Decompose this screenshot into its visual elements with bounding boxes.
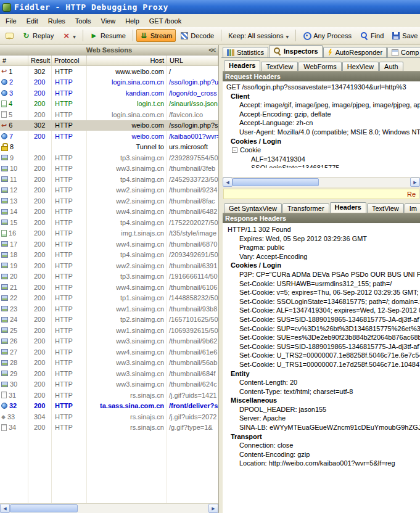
response-tab-get-syntaxview[interactable]: Get SyntaxView [224,203,282,213]
request-horizontal-scrollbar[interactable] [223,177,420,187]
session-result-cell: 200 [28,271,52,282]
session-row[interactable]: 11200HTTPtp4.sinaimg.cn/2452933723/50 [0,174,218,185]
session-number-cell: 20 [0,271,28,282]
session-row[interactable]: 6302HTTPweibo.com/sso/login.php?s [0,120,218,131]
tab-comp[interactable]: Comp [387,47,420,58]
response-tab-transformer[interactable]: Transformer [282,203,329,213]
session-row[interactable]: 7200HTTPweibo.com/kaibao001?wvr= [0,131,218,142]
request-tab-textview[interactable]: TextView [261,62,298,72]
session-number-cell: 19 [0,260,28,271]
session-row[interactable]: 32200HTTPta.sass.sina.com.cn/front/deliv… [0,401,218,412]
sessions-horizontal-scrollbar[interactable] [0,503,218,513]
session-result-cell: 200 [28,217,52,228]
collapse-toggle-icon[interactable] [232,147,237,153]
column-header-host[interactable]: Host [87,55,167,65]
column-header-num[interactable]: # [0,55,28,65]
resume-button[interactable]: Resume [86,29,130,42]
request-tab-webforms[interactable]: WebForms [299,62,342,72]
session-row[interactable]: 33304HTTPrs.sinajs.cn/j.gif?uids=2072 [0,411,218,422]
remove-button[interactable] [59,29,80,42]
session-row[interactable]: 18200HTTPtp4.sinaimg.cn/2093492691/50 [0,250,218,261]
menu-item-rules[interactable]: Rules [43,15,70,27]
decode-button[interactable]: Decode [177,30,218,42]
scroll-right-button[interactable] [410,178,420,187]
request-tab-hexview[interactable]: HexView [342,62,379,72]
session-row[interactable]: 12200HTTPww2.sinaimg.cn/thumbnail/9234 [0,185,218,196]
session-row[interactable]: 2200HTTPlogin.sina.com.cn/sso/login.php?… [0,77,218,88]
response-tab-im[interactable]: Im [405,203,420,213]
menu-item-tools[interactable]: Tools [70,15,96,27]
session-row[interactable]: 30200HTTPww3.sinaimg.cn/thumbnail/624c [0,379,218,390]
session-protocol-cell: HTTP [52,390,87,401]
session-url-cell: /kaibao001?wvr= [167,131,218,142]
session-row[interactable]: 9200HTTPtp3.sinaimg.cn/2392897554/50 [0,152,218,163]
menu-item-get-book[interactable]: GET /book [144,15,186,27]
replay-button[interactable]: Replay [19,29,57,42]
session-url-cell: /thumbnail/6870 [167,239,218,250]
request-tab-headers[interactable]: Headers [224,60,260,71]
tab-inspectors[interactable]: Inspectors [269,45,323,57]
scroll-left-button[interactable] [0,504,10,513]
session-row[interactable]: 23200HTTPww1.sinaimg.cn/thumbnail/93b8 [0,303,218,314]
keep-button[interactable]: Keep: All sessions [224,30,292,42]
tab-statistics[interactable]: Statistics [223,47,268,58]
session-row[interactable]: 17200HTTPww4.sinaimg.cn/thumbnail/6870 [0,239,218,250]
globe-icon [1,403,7,409]
session-row[interactable]: 16200HTTPimg.t.sinajs.cn/t35/style/image [0,228,218,239]
menu-item-help[interactable]: Help [120,15,144,27]
column-header-protocol[interactable]: Protocol [52,55,87,65]
request-tab-auth[interactable]: Auth [379,62,403,72]
session-row[interactable]: 8Tunnel tours.microsoft [0,142,218,153]
session-row[interactable]: 22200HTTPtp1.sinaimg.cn/1448858232/50 [0,293,218,304]
session-row[interactable]: 5200HTTPlogin.sina.com.cn/favicon.ico [0,109,218,120]
column-header-result[interactable]: Result [28,55,52,65]
scroll-left-button[interactable] [223,178,233,187]
session-row[interactable]: 4200HTTPlogin.t.cn/sinaurl/sso.json [0,99,218,110]
session-row[interactable]: 31200HTTPrs.sinajs.cn/j.gif?uids=1421 [0,390,218,401]
any-process-button[interactable]: Any Process [299,29,355,42]
image-icon [1,349,8,355]
menu-item-edit[interactable]: Edit [22,15,43,27]
scrollbar-thumb[interactable] [10,504,78,512]
session-protocol-cell: HTTP [52,401,87,412]
collapse-panel-button[interactable]: << [208,46,215,54]
scrollbar-thumb[interactable] [233,178,319,186]
response-encoded-notice[interactable]: Re [223,189,419,199]
session-number-cell: 29 [0,368,28,379]
menu-item-file[interactable]: File [1,15,22,27]
menu-item-view[interactable]: View [96,15,121,27]
session-url-cell: /thumbnail/9b62 [167,336,218,347]
session-host-cell: rs.sinajs.cn [87,390,167,401]
session-row[interactable]: 20200HTTPtp3.sinaimg.cn/1916666114/50 [0,271,218,282]
session-row[interactable]: 19200HTTPww2.sinaimg.cn/thumbnail/6391 [0,260,218,271]
session-row[interactable]: 28200HTTPww3.sinaimg.cn/thumbnail/56ab [0,358,218,369]
session-row[interactable]: 1302HTTPwww.weibo.com/ [0,66,218,77]
session-row[interactable]: 27200HTTPww4.sinaimg.cn/thumbnail/61e6 [0,347,218,358]
session-row[interactable]: 29200HTTPww3.sinaimg.cn/thumbnail/684f [0,368,218,379]
stream-button[interactable]: Stream [136,29,176,42]
session-row[interactable]: 26200HTTPww3.sinaimg.cn/thumbnail/9b62 [0,336,218,347]
session-row[interactable]: 3200HTTPkandian.com/logon/do_cross [0,88,218,99]
session-row[interactable]: 24200HTTPtp2.sinaimg.cn/1657101625/50 [0,314,218,326]
scrollbar-track[interactable] [10,504,208,513]
session-row[interactable]: 10200HTTPww3.sinaimg.cn/thumbnail/3feb [0,163,218,174]
session-number-cell: 16 [0,228,28,239]
web-sessions-header: Web Sessions << [0,45,218,55]
session-protocol-cell: HTTP [52,314,87,326]
header-line: Server: Apache [223,414,420,423]
tab-autoresponder[interactable]: AutoResponder [323,47,387,58]
response-tab-headers[interactable]: Headers [330,202,366,213]
comment-button[interactable] [2,30,17,41]
scroll-right-button[interactable] [208,504,218,513]
column-header-url[interactable]: URL [167,55,218,65]
response-tab-textview[interactable]: TextView [367,203,404,213]
session-row[interactable]: 21200HTTPww4.sinaimg.cn/thumbnail/6106 [0,282,218,293]
session-row[interactable]: 15200HTTPtp4.sinaimg.cn/1752202027/50 [0,217,218,228]
scrollbar-track[interactable] [233,178,410,187]
session-row[interactable]: 14200HTTPww4.sinaimg.cn/thumbnail/6482 [0,207,218,218]
save-button[interactable]: Save [389,30,420,42]
session-row[interactable]: 13200HTTPww2.sinaimg.cn/thumbnail/8fac [0,195,218,207]
session-row[interactable]: 25200HTTPww1.sinaimg.cn/1069392615/50 [0,325,218,336]
session-row[interactable]: 34200HTTPrs.sinajs.cn/g.gif?type=1& [0,422,218,433]
find-button[interactable]: Find [356,29,387,42]
